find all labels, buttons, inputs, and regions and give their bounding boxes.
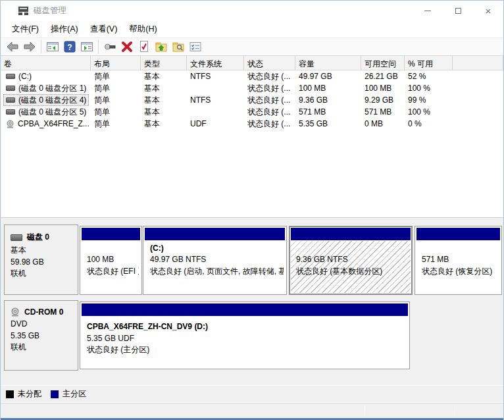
column-header-layout[interactable]: 布局 xyxy=(91,56,141,70)
disk-volume-icon xyxy=(6,109,15,115)
disk-volume-icon xyxy=(6,86,15,91)
menu-action[interactable]: 操作(A) xyxy=(45,21,84,38)
volume-status: 状态良好 (... xyxy=(244,82,295,94)
disk0-info-panel[interactable]: 磁盘 0 基本 59.98 GB 联机 xyxy=(4,224,78,295)
properties-dialog-icon xyxy=(189,40,202,53)
partition-header-bar xyxy=(145,228,285,240)
menu-help[interactable]: 帮助(H) xyxy=(123,21,163,38)
status-bar-separator xyxy=(365,406,365,416)
delete-button[interactable] xyxy=(118,39,136,55)
partition-c-drive[interactable]: (C:) 49.97 GB NTFS 状态良好 (启动, 页面文件, 故障转储,… xyxy=(143,226,287,295)
back-button[interactable] xyxy=(4,39,21,55)
folder-search-button[interactable] xyxy=(170,39,187,55)
volume-table: (C:) 简单 基本 NTFS 状态良好 (... 49.97 GB 26.21… xyxy=(1,70,503,217)
menu-view[interactable]: 查看(V) xyxy=(84,21,124,38)
show-action-pane-button[interactable] xyxy=(78,39,95,55)
partition-header-bar xyxy=(416,228,500,240)
folder-up-icon xyxy=(155,40,168,53)
table-row[interactable]: (C:) 简单 基本 NTFS 状态良好 (... 49.97 GB 26.21… xyxy=(1,70,503,82)
partition-status: 状态良好 (EFI 系 xyxy=(87,266,139,278)
volume-type: 基本 xyxy=(141,106,187,118)
volume-layout: 简单 xyxy=(91,118,141,130)
volume-free-space: 0 MB xyxy=(361,118,405,130)
volume-type: 基本 xyxy=(141,118,187,130)
close-icon: × xyxy=(486,6,491,16)
minimize-button[interactable] xyxy=(413,1,443,20)
properties-dialog-button[interactable] xyxy=(187,39,204,55)
volume-percent-free: 0 % xyxy=(405,118,453,130)
partition-title: CPBA_X64FRE_ZH-CN_DV9 (D:) xyxy=(87,321,407,333)
primary-partition-swatch xyxy=(51,390,59,398)
disk-management-window: 磁盘管理 × 文件(F) 操作(A) 查看(V) 帮助(H) ? xyxy=(0,0,504,420)
pane-splitter[interactable] xyxy=(1,217,503,222)
volume-table-header: 卷 布局 类型 文件系统 状态 容量 可用空间 % 可用 xyxy=(1,56,503,70)
maximize-button[interactable] xyxy=(443,1,473,20)
cdrom0-info-panel[interactable]: CD-ROM 0 DVD 5.35 GB 联机 xyxy=(4,300,78,371)
table-row-selected[interactable]: (磁盘 0 磁盘分区 4) 简单 基本 NTFS 状态良好 (... 9.36 … xyxy=(1,94,503,106)
table-row[interactable]: (磁盘 0 磁盘分区 5) 简单 基本 状态良好 (... 571 MB 571… xyxy=(1,106,503,118)
volume-filesystem: UDF xyxy=(187,118,244,130)
check-document-button[interactable] xyxy=(136,39,153,55)
volume-type: 基本 xyxy=(141,94,187,106)
check-document-icon xyxy=(138,40,151,53)
partition-efi[interactable]: 100 MB 状态良好 (EFI 系 xyxy=(80,226,142,295)
show-console-tree-button[interactable] xyxy=(44,39,61,55)
window-title: 磁盘管理 xyxy=(34,5,66,16)
pointer-tool-button[interactable] xyxy=(101,39,118,55)
volume-filesystem: NTFS xyxy=(187,70,244,82)
volume-name: CPBA_X64FRE_Z... xyxy=(18,119,89,128)
cd-volume-icon xyxy=(6,120,14,128)
partition-dvd[interactable]: CPBA_X64FRE_ZH-CN_DV9 (D:) 5.35 GB UDF 状… xyxy=(80,302,410,369)
forward-arrow-icon xyxy=(23,40,36,53)
volume-capacity: 571 MB xyxy=(295,106,361,118)
partition-size: 49.97 GB NTFS xyxy=(150,254,284,266)
volume-type: 基本 xyxy=(141,82,187,94)
volume-filesystem xyxy=(187,106,244,118)
column-header-free-space[interactable]: 可用空间 xyxy=(361,56,405,70)
volume-capacity: 100 MB xyxy=(295,82,361,94)
volume-layout: 简单 xyxy=(91,70,141,82)
volume-capacity: 9.36 GB xyxy=(295,94,361,106)
partition-title: (C:) xyxy=(150,243,284,255)
legend-label: 主分区 xyxy=(63,388,86,400)
close-button[interactable]: × xyxy=(473,1,503,20)
volume-capacity: 49.97 GB xyxy=(295,70,361,82)
volume-free-space: 9.29 GB xyxy=(361,94,405,106)
pointer-tool-icon xyxy=(103,40,116,53)
volume-name: (C:) xyxy=(18,72,32,81)
volume-percent-free: 99 % xyxy=(405,94,453,106)
folder-up-button[interactable] xyxy=(153,39,170,55)
volume-status: 状态良好 (... xyxy=(244,118,295,130)
volume-name: (磁盘 0 磁盘分区 5) xyxy=(18,107,86,118)
legend-label: 未分配 xyxy=(18,388,41,400)
table-row[interactable]: CPBA_X64FRE_Z... 简单 基本 UDF 状态良好 (... 5.3… xyxy=(1,118,503,130)
column-header-type[interactable]: 类型 xyxy=(141,56,187,70)
volume-layout: 简单 xyxy=(91,106,141,118)
disk-kind: 基本 xyxy=(11,245,78,257)
column-header-empty xyxy=(453,56,503,70)
partition-header-bar xyxy=(82,228,140,240)
toolbar-separator xyxy=(98,40,99,53)
action-pane-icon xyxy=(80,40,93,53)
volume-filesystem: NTFS xyxy=(187,94,244,106)
menu-file[interactable]: 文件(F) xyxy=(6,21,45,38)
help-button[interactable]: ? xyxy=(61,39,78,55)
table-row[interactable]: (磁盘 0 磁盘分区 1) 简单 基本 状态良好 (... 100 MB 100… xyxy=(1,82,503,94)
partition-recovery[interactable]: 571 MB 状态良好 (恢复分区) xyxy=(415,226,502,295)
column-header-capacity[interactable]: 容量 xyxy=(295,56,361,70)
column-header-percent-free[interactable]: % 可用 xyxy=(405,56,453,70)
partition-data-selected[interactable]: 9.36 GB NTFS 状态良好 (基本数据分区) xyxy=(289,226,413,295)
volume-status: 状态良好 (... xyxy=(244,106,295,118)
column-header-volume[interactable]: 卷 xyxy=(1,56,91,70)
maximize-icon xyxy=(455,8,461,14)
column-header-status[interactable]: 状态 xyxy=(244,56,295,70)
partition-size: 100 MB xyxy=(87,254,139,266)
volume-percent-free: 100 % xyxy=(405,106,453,118)
volume-free-space: 571 MB xyxy=(361,106,405,118)
column-header-filesystem[interactable]: 文件系统 xyxy=(187,56,244,70)
disk-volume-icon xyxy=(6,74,15,79)
toolbar-separator xyxy=(41,40,41,53)
forward-button[interactable] xyxy=(21,39,38,55)
delete-x-icon xyxy=(121,41,133,53)
partition-status: 状态良好 (恢复分区) xyxy=(422,266,499,278)
